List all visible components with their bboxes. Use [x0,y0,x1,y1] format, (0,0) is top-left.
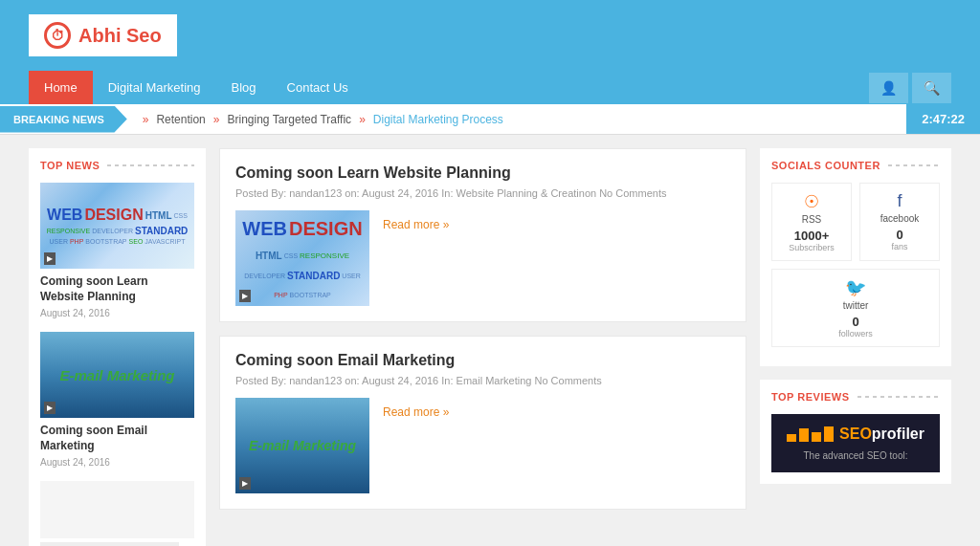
word-cloud-1: WEB DESIGN HTML CSS RESPONSIVE DEVELOPER… [40,203,194,249]
sidebar-right: SOCIALS COUNTER ☉ RSS 1000+ Subscribers … [760,148,951,546]
article-img-icon-1: ▶ [239,290,251,302]
article-img-2: E-mail Marketing ▶ [235,398,369,493]
news-item-date-1: August 24, 2016 [40,308,194,318]
socials-divider [888,164,940,166]
rss-name: RSS [776,214,847,225]
nav-right: 👤 🔍 [869,73,951,103]
socials-header: SOCIALS COUNTER [771,160,940,171]
email-thumb-text: E-mail Marketing [59,367,174,383]
nav-contact[interactable]: Contact Us [272,71,364,104]
read-more-2[interactable]: Read more » [383,405,449,419]
seo-bar-1 [787,434,796,442]
fb-label: fans [864,242,935,251]
news-skeleton-line1 [40,542,179,546]
article-img-1: WEB DESIGN HTML CSS RESPONSIVE DEVELOPER… [235,210,369,306]
logo: ⏱ Abhi Seo [29,14,177,56]
facebook-icon: f [864,191,935,211]
article-meta-2: Posted By: nandan123 on: August 24, 2016… [235,375,730,386]
bn-item-1: Retention [156,113,205,126]
socials-section: SOCIALS COUNTER ☉ RSS 1000+ Subscribers … [760,148,951,366]
content-area: Coming soon Learn Website Planning Poste… [219,148,746,546]
logo-icon: ⏱ [44,22,71,49]
seo-logo-text: SEOprofiler [839,426,924,443]
seo-logo-row: SEOprofiler [783,426,928,447]
user-icon-button[interactable]: 👤 [869,73,908,103]
rss-count: 1000+ [776,229,847,243]
tw-name: twitter [776,300,935,311]
seo-subtitle: The advanced SEO tool: [783,450,928,461]
list-item: WEB DESIGN HTML CSS RESPONSIVE DEVELOPER… [40,183,194,318]
bn-sep-1: » [143,113,149,126]
navbar: Home Digital Marketing Blog Contact Us 👤… [0,71,980,104]
tw-count: 0 [776,315,935,329]
news-thumb-2: E-mail Marketing ▶ [40,332,194,418]
nav-home[interactable]: Home [29,71,93,104]
reviews-header: TOP REVIEWS [771,391,940,403]
article-word-cloud-1: WEB DESIGN HTML CSS RESPONSIVE DEVELOPER… [235,210,369,306]
article-card-1: Coming soon Learn Website Planning Poste… [219,148,746,322]
sidebar-left: TOP NEWS WEB DESIGN HTML CSS RESPONSIVE … [29,148,206,546]
email-article-bg: E-mail Marketing [235,398,369,493]
fb-name: facebook [864,213,935,224]
reviews-section: TOP REVIEWS SEOprofiler The advanced SEO… [760,380,951,484]
read-more-1[interactable]: Read more » [383,218,449,231]
bn-item-3: Digital Marketing Process [373,113,503,126]
seo-bar-3 [812,432,821,442]
article-text-1: Read more » [383,210,449,231]
news-item-date-2: August 24, 2016 [40,457,194,468]
article-card-2: Coming soon Email Marketing Posted By: n… [219,336,746,510]
news-item-title-2: Coming soon Email Marketing [40,424,194,453]
breaking-news-bar: BREAKING NEWS » Retention » Bringing Tar… [0,104,980,135]
social-twitter[interactable]: 🐦 twitter 0 followers [771,269,940,347]
breaking-news-time: 2:47:22 [906,104,980,134]
top-news-title: TOP NEWS [40,160,100,171]
nav-left: Home Digital Marketing Blog Contact Us [29,71,364,104]
bn-item-2: Bringing Targeted Traffic [227,113,351,126]
logo-text-abhi: Abhi [78,25,121,46]
email-article-text: E-mail Marketing [249,438,356,453]
social-facebook[interactable]: f facebook 0 fans [859,183,940,261]
rss-icon: ☉ [776,191,847,212]
seo-bar-2 [799,428,809,442]
list-item [40,481,194,546]
top-news-divider [107,164,194,166]
seo-bar-4 [824,426,834,442]
news-thumb-3 [40,481,194,538]
news-thumb-1: WEB DESIGN HTML CSS RESPONSIVE DEVELOPER… [40,183,194,269]
nav-blog[interactable]: Blog [216,71,272,104]
article-text-2: Read more » [383,398,449,419]
article-body-2: E-mail Marketing ▶ Read more » [235,398,730,493]
rss-label: Subscribers [776,243,847,252]
article-img-icon-2: ▶ [239,477,251,490]
header: ⏱ Abhi Seo [0,0,980,71]
logo-text-seo: Seo [121,25,161,46]
img-icon-2: ▶ [44,402,56,414]
logo-text: Abhi Seo [78,25,162,47]
reviews-divider [858,396,940,398]
tw-label: followers [776,329,935,339]
seo-bars [787,426,834,442]
article-title-2: Coming soon Email Marketing [235,352,730,369]
article-body-1: WEB DESIGN HTML CSS RESPONSIVE DEVELOPER… [235,210,730,306]
nav-digital-marketing[interactable]: Digital Marketing [93,71,216,104]
search-icon-button[interactable]: 🔍 [912,73,951,103]
socials-title: SOCIALS COUNTER [771,160,880,171]
top-news-header: TOP NEWS [40,160,194,171]
article-title-1: Coming soon Learn Website Planning [235,164,730,182]
twitter-icon: 🐦 [776,277,935,298]
list-item: E-mail Marketing ▶ Coming soon Email Mar… [40,332,194,468]
img-icon-1: ▶ [44,252,56,265]
bn-sep-3: » [359,113,366,126]
main-container: TOP NEWS WEB DESIGN HTML CSS RESPONSIVE … [0,135,980,546]
bn-sep-2: » [213,113,220,126]
fb-count: 0 [864,228,935,242]
breaking-news-label: BREAKING NEWS [0,106,127,133]
news-item-title-1: Coming soon Learn Website Planning [40,274,194,304]
social-rss[interactable]: ☉ RSS 1000+ Subscribers [771,183,852,261]
socials-grid: ☉ RSS 1000+ Subscribers f facebook 0 fan… [771,183,940,347]
top-news-section: TOP NEWS WEB DESIGN HTML CSS RESPONSIVE … [29,148,206,546]
article-meta-1: Posted By: nandan123 on: August 24, 2016… [235,187,730,199]
email-img-bg: E-mail Marketing [40,332,194,418]
seo-profiler-box: SEOprofiler The advanced SEO tool: [771,414,940,472]
breaking-news-items: » Retention » Bringing Targeted Traffic … [127,113,906,126]
